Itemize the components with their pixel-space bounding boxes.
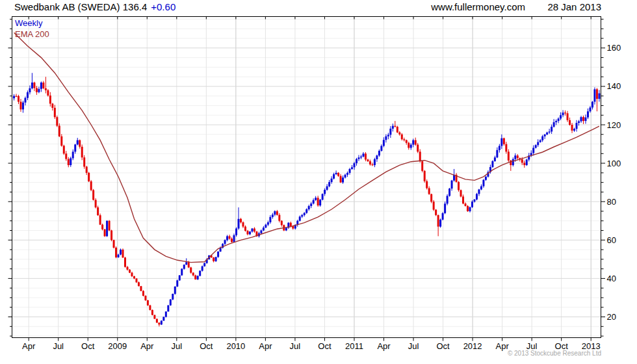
candle bbox=[254, 229, 255, 232]
candle bbox=[485, 177, 487, 180]
candle bbox=[569, 120, 571, 125]
candle bbox=[13, 96, 15, 99]
candle bbox=[36, 88, 38, 92]
candle bbox=[131, 273, 133, 276]
candle bbox=[42, 83, 44, 88]
legend-interval-label: Weekly bbox=[15, 18, 42, 28]
candle bbox=[153, 315, 155, 319]
candle bbox=[362, 153, 364, 157]
candle bbox=[74, 144, 76, 151]
candle bbox=[521, 159, 523, 162]
candle bbox=[349, 169, 351, 173]
candle bbox=[562, 112, 564, 115]
candle bbox=[170, 300, 172, 306]
candle bbox=[290, 223, 292, 226]
y-axis-label: 80 bbox=[607, 197, 616, 207]
x-axis-label: Apr bbox=[377, 341, 391, 351]
y-axis-label: 160 bbox=[607, 43, 621, 53]
candle bbox=[310, 203, 312, 206]
candle bbox=[81, 147, 83, 157]
candle bbox=[101, 225, 103, 229]
candle bbox=[589, 107, 591, 111]
candle bbox=[541, 136, 543, 140]
candle bbox=[469, 207, 471, 211]
candle bbox=[354, 163, 356, 167]
x-axis-label: Oct bbox=[200, 341, 213, 351]
candle bbox=[467, 206, 469, 211]
x-axis-label: Apr bbox=[259, 341, 272, 351]
candle bbox=[410, 145, 412, 148]
candle bbox=[424, 171, 426, 181]
candle bbox=[335, 173, 337, 174]
candle bbox=[249, 231, 251, 234]
candle bbox=[358, 157, 359, 159]
candle bbox=[576, 123, 578, 129]
candle bbox=[417, 145, 419, 152]
candle bbox=[213, 257, 214, 261]
candle bbox=[428, 188, 430, 194]
x-axis-label: Oct bbox=[318, 341, 332, 351]
candle bbox=[406, 140, 408, 143]
candle bbox=[460, 190, 462, 196]
candle bbox=[68, 159, 70, 165]
candle bbox=[203, 263, 205, 266]
candle bbox=[593, 89, 595, 101]
candle bbox=[58, 125, 60, 136]
candle bbox=[45, 88, 47, 90]
y-axis-label: 100 bbox=[607, 159, 621, 168]
candle bbox=[333, 174, 335, 179]
x-axis-label: 2012 bbox=[463, 341, 482, 351]
candle bbox=[578, 122, 580, 123]
candle bbox=[478, 189, 480, 194]
candle bbox=[276, 211, 278, 215]
candle bbox=[549, 131, 551, 132]
candle bbox=[553, 122, 555, 127]
candle bbox=[356, 159, 358, 163]
candle bbox=[231, 239, 233, 242]
candle bbox=[226, 236, 228, 240]
candle bbox=[244, 227, 246, 231]
candle bbox=[374, 159, 376, 165]
x-axis-label: Apr bbox=[22, 341, 36, 351]
candle bbox=[324, 190, 326, 194]
price-chart-canvas: 20406080100120140160AprJulOct2009AprJulO… bbox=[0, 0, 637, 364]
candle bbox=[398, 133, 400, 135]
candle bbox=[267, 222, 269, 225]
candle bbox=[465, 203, 467, 206]
candle bbox=[592, 102, 593, 108]
candle bbox=[419, 151, 421, 161]
candle bbox=[421, 161, 423, 171]
candle bbox=[458, 182, 460, 190]
candle bbox=[508, 151, 510, 161]
candle bbox=[185, 262, 187, 265]
x-axis-label: 2009 bbox=[108, 341, 127, 351]
x-axis-label: Jul bbox=[172, 341, 183, 351]
candle bbox=[156, 319, 158, 323]
candle bbox=[110, 231, 112, 240]
candle bbox=[99, 215, 101, 225]
plot-border bbox=[12, 17, 601, 338]
candle bbox=[161, 320, 162, 324]
candle bbox=[389, 129, 391, 135]
x-axis-label: Jul bbox=[290, 341, 301, 351]
candle bbox=[138, 282, 140, 286]
candle bbox=[272, 214, 274, 217]
candle bbox=[133, 276, 135, 278]
candle bbox=[165, 311, 167, 317]
candle bbox=[22, 103, 24, 110]
candle bbox=[240, 219, 242, 222]
candle bbox=[496, 150, 498, 157]
candle bbox=[263, 228, 265, 230]
candle bbox=[476, 194, 478, 199]
candle bbox=[573, 129, 575, 131]
candle bbox=[174, 287, 176, 294]
candle bbox=[301, 215, 303, 216]
candle bbox=[380, 146, 382, 151]
candle bbox=[367, 159, 369, 161]
candle bbox=[344, 175, 346, 177]
candle bbox=[308, 206, 310, 209]
candle bbox=[494, 157, 496, 161]
candle bbox=[115, 248, 117, 257]
candle bbox=[408, 143, 410, 148]
candle bbox=[235, 229, 237, 235]
